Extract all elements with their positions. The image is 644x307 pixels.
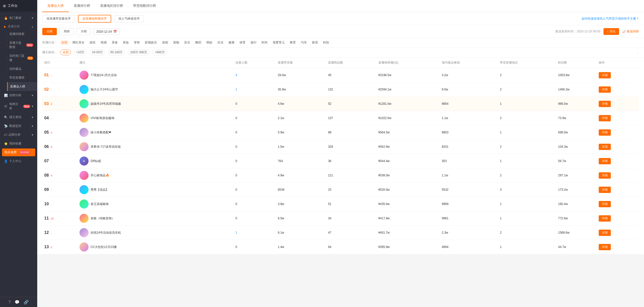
- sidebar-item-hot-material[interactable]: 🔥 热门素材 ▾: [0, 14, 37, 22]
- industry-shenghuo[interactable]: 生活: [216, 40, 224, 45]
- detail-btn[interactable]: 详情: [599, 187, 611, 193]
- industry-mengwa[interactable]: 萌娃: [205, 40, 213, 45]
- streamer-name[interactable]: DR钻戒: [91, 159, 101, 163]
- fans-50-100w[interactable]: 50-100万: [108, 49, 125, 55]
- industry-chuanda[interactable]: 穿搭: [133, 40, 141, 45]
- industry-yingshi[interactable]: 影视娱乐: [144, 40, 158, 45]
- sessions-cell: 1: [498, 197, 556, 211]
- industry-tiyu[interactable]: 体育: [238, 40, 247, 45]
- sidebar-item-live-products[interactable]: · 实时爆品: [7, 65, 37, 73]
- detail-btn[interactable]: 详情: [599, 158, 611, 164]
- industry-jiaoyu[interactable]: 教育: [289, 40, 297, 45]
- sidebar-item-favorites[interactable]: ⭐ 我的收藏: [0, 139, 37, 148]
- industry-all[interactable]: 全部: [60, 40, 68, 45]
- sidebar-item-host-search[interactable]: 🔍 搜主查找 ▾: [0, 113, 37, 122]
- detail-btn[interactable]: 详情: [599, 172, 611, 179]
- sidebar-header[interactable]: ⊞ 工作台: [0, 0, 37, 12]
- connections-value: 0: [235, 102, 237, 106]
- sidebar-item-personal-center[interactable]: 👤 个人中心: [0, 157, 37, 166]
- host-cell: 享希诗-717皮草供应链: [77, 140, 233, 154]
- expand-icon[interactable]: ⌄: [636, 51, 639, 54]
- streamer-name[interactable]: 秀秀【优品】: [91, 188, 109, 192]
- industry-meizhuang[interactable]: 美妆: [122, 40, 130, 45]
- detail-btn[interactable]: 详情: [599, 86, 611, 93]
- detail-btn[interactable]: 详情: [599, 201, 611, 207]
- industry-qinggan[interactable]: 情感: [100, 40, 108, 45]
- detail-btn[interactable]: 详情: [599, 144, 611, 150]
- industry-yinyue[interactable]: 音乐: [183, 40, 191, 45]
- sidebar-item-hot-live[interactable]: · 实时热门直播 Hot: [7, 52, 37, 65]
- detail-btn[interactable]: 详情: [599, 215, 611, 222]
- streamer-name[interactable]: 超级丹24号高梵羽绒服: [91, 102, 121, 106]
- tab-live-region-rank[interactable]: 直播地区排行榜: [95, 0, 128, 12]
- streamer-name[interactable]: 老银（纯银首饰）: [91, 216, 115, 221]
- fans-cell: 297.1w: [556, 168, 596, 183]
- share-icon[interactable]: 🔗: [24, 300, 29, 304]
- fans-gt500w[interactable]: >500万: [152, 49, 167, 55]
- sidebar-item-live-talent-rank[interactable]: · 直播达人榜: [7, 82, 37, 91]
- streamer-name[interactable]: VIVI欧韩原创服饰: [91, 116, 114, 120]
- sidebar-item-goods-live-rank[interactable]: · 带货直播榜: [7, 73, 37, 82]
- industry-wanghong[interactable]: 网红美女: [71, 40, 86, 45]
- detail-btn[interactable]: 详情: [599, 115, 611, 121]
- streamer-name[interactable]: CC大彤彤12月23播: [91, 245, 117, 249]
- industry-jiankang[interactable]: 健康: [227, 40, 235, 45]
- detail-btn[interactable]: 详情: [599, 244, 611, 250]
- products-cell: 137: [326, 111, 376, 125]
- streamer-name[interactable]: 开心家饰品🔥: [91, 173, 109, 178]
- quick-find-link[interactable]: 如何快速发现高人气带货力强的快手主播？: [582, 17, 639, 21]
- tab-live-talent-rank[interactable]: 直播达人榜: [42, 0, 69, 12]
- streamer-name[interactable]: 轴大公子24号心愿节: [91, 87, 118, 92]
- sidebar-item-ranking-analysis[interactable]: 📊 挂榜分析 ▾: [0, 91, 37, 100]
- help-icon[interactable]: ?: [9, 300, 11, 304]
- fans-cell: 73.9w: [556, 111, 596, 125]
- sidebar-item-monitor[interactable]: 📡 数据监控 ▾: [0, 122, 37, 130]
- industry-keji[interactable]: 科技: [322, 40, 330, 45]
- date-day-btn[interactable]: 日榜: [42, 28, 57, 35]
- fans-10-50w[interactable]: 10-50万: [90, 49, 105, 55]
- detail-btn[interactable]: 详情: [599, 101, 611, 107]
- detail-btn[interactable]: 详情: [599, 230, 611, 236]
- streamer-name[interactable]: 欣悦24号活动送洗衣机: [91, 231, 121, 235]
- industry-meishi[interactable]: 美食: [111, 40, 119, 45]
- industry-gaoxiao[interactable]: 搞笑: [89, 40, 97, 45]
- industry-lvxing[interactable]: 旅行: [250, 40, 258, 45]
- date-picker[interactable]: 2020-12-24 📅: [94, 28, 120, 35]
- sidebar-item-ecommerce[interactable]: 🛒 电商分析 New ▾: [0, 100, 37, 113]
- sidebar-item-purchase[interactable]: 购买免费 年付6折: [2, 148, 35, 156]
- tab-goods-index-rank[interactable]: 带货指数排行榜: [128, 0, 161, 12]
- rank-number: 01: [44, 73, 49, 77]
- date-month-btn[interactable]: 月榜: [76, 28, 91, 35]
- industry-muyinger[interactable]: 母婴育儿: [272, 40, 286, 45]
- export-btn[interactable]: ↑ 导出: [603, 28, 619, 35]
- date-week-btn[interactable]: 周榜: [59, 28, 74, 35]
- industry-qiche[interactable]: 汽车: [300, 40, 308, 45]
- industry-youxi[interactable]: 游戏: [161, 40, 169, 45]
- industry-chongwu[interactable]: 宠物: [172, 40, 180, 45]
- data-insight-btn[interactable]: 📈 数据洞察: [622, 29, 639, 34]
- tab-live-rank[interactable]: 直播排行榜: [69, 0, 95, 12]
- sidebar-item-brand[interactable]: 🏷 品牌分析 ▾: [0, 130, 37, 139]
- detail-btn[interactable]: 详情: [599, 129, 611, 136]
- rank-number: 06: [44, 144, 49, 149]
- fans-all[interactable]: 全部: [60, 49, 71, 55]
- sort-by-volume-btn[interactable]: 按直播带货量排序: [42, 15, 75, 22]
- sidebar-item-live-search[interactable]: · 直播间搜索: [7, 30, 37, 38]
- industry-jiaju[interactable]: 家居: [311, 40, 319, 45]
- fans-100-500w[interactable]: 100万-500万: [128, 49, 149, 55]
- sidebar-item-live-data[interactable]: · 直播大盘数据 New: [7, 38, 37, 52]
- streamer-name[interactable]: 徐小米教搭配❤: [91, 130, 111, 135]
- new-badge: New: [26, 43, 33, 47]
- streamer-name[interactable]: 老王高端银饰: [91, 202, 109, 206]
- sort-by-peak-btn[interactable]: 按人气峰值排序: [114, 15, 144, 22]
- fans-lt10w[interactable]: <10万: [74, 49, 87, 55]
- detail-btn[interactable]: 详情: [599, 72, 611, 78]
- sidebar-group-live-analysis[interactable]: ▶ 直播分析 ▴: [0, 22, 37, 30]
- industry-shishang[interactable]: 时尚: [261, 40, 269, 45]
- industry-wudao[interactable]: 舞蹈: [194, 40, 202, 45]
- chat-icon[interactable]: 💬: [15, 300, 20, 304]
- search-icon: 🔍: [4, 116, 8, 119]
- streamer-name[interactable]: 77英姐24-25大活动: [91, 73, 117, 77]
- streamer-name[interactable]: 享希诗-717皮草供应链: [91, 145, 121, 149]
- sort-by-sales-btn[interactable]: 按直播销售额排序: [78, 15, 111, 23]
